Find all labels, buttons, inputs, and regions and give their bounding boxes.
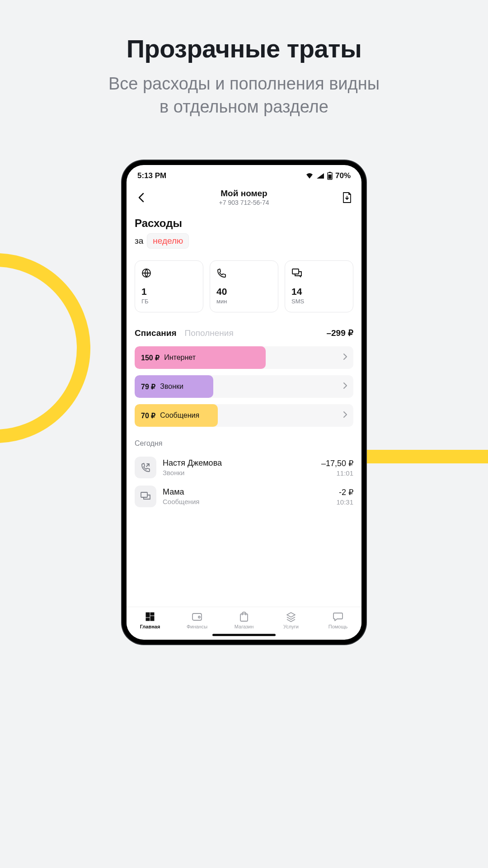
usage-card-minutes[interactable]: 40 мин	[210, 260, 278, 312]
period-prefix: за	[135, 236, 143, 246]
category-bars: 150 ₽ Интернет 79 ₽ Звонки	[135, 346, 353, 427]
chevron-right-icon	[343, 354, 347, 362]
content-area: Расходы за неделю 1 ГБ 40	[127, 213, 361, 607]
nav-label: Главная	[140, 624, 160, 629]
usage-card-sms[interactable]: 14 SMS	[285, 260, 353, 312]
bar-amount: 70 ₽	[141, 411, 155, 420]
usage-unit: SMS	[291, 298, 347, 305]
globe-icon	[141, 268, 197, 280]
back-button[interactable]	[135, 191, 147, 204]
promo-title: Прозрачные траты	[0, 34, 488, 63]
nav-help[interactable]: Помощь	[314, 611, 361, 629]
bar-internet[interactable]: 150 ₽ Интернет	[135, 346, 353, 369]
expenses-title: Расходы	[135, 217, 353, 230]
total-amount: –299 ₽	[326, 328, 353, 338]
transaction-list: Настя Джемова Звонки –17,50 ₽ 11:01 Мама…	[135, 453, 353, 511]
usage-value: 14	[291, 286, 347, 297]
bar-messages[interactable]: 70 ₽ Сообщения	[135, 404, 353, 427]
tab-credits[interactable]: Пополнения	[185, 328, 234, 338]
nav-label: Помощь	[328, 624, 348, 629]
transaction-time: 10:31	[336, 498, 353, 506]
usage-cards: 1 ГБ 40 мин 14 SMS	[135, 260, 353, 312]
usage-value: 1	[141, 286, 197, 297]
svg-rect-8	[146, 618, 150, 621]
sms-icon	[291, 268, 347, 280]
tab-debits[interactable]: Списания	[135, 328, 177, 338]
transaction-name: Мама	[163, 487, 330, 497]
status-time: 5:13 PM	[137, 171, 166, 180]
bag-icon	[238, 611, 250, 623]
transaction-amount: -2 ₽	[336, 487, 353, 497]
bar-label: Сообщения	[160, 411, 199, 420]
home-icon	[144, 611, 156, 623]
svg-rect-1	[329, 172, 331, 173]
status-indicators: 70%	[305, 171, 351, 180]
phone-screen: 5:13 PM 70% Мой номер +7 903 712-56-74 Р…	[127, 165, 361, 640]
download-button[interactable]	[341, 191, 353, 204]
nav-label: Магазин	[235, 624, 253, 629]
header-title: Мой номер	[147, 189, 341, 198]
header-phone-number: +7 903 712-56-74	[147, 199, 341, 206]
period-row: за неделю	[135, 233, 353, 249]
transaction-category: Сообщения	[163, 498, 330, 505]
chevron-left-icon	[138, 193, 144, 203]
sms-icon	[135, 486, 156, 507]
phone-frame: 5:13 PM 70% Мой номер +7 903 712-56-74 Р…	[122, 160, 366, 644]
bg-decoration	[0, 253, 90, 443]
nav-shop[interactable]: Магазин	[221, 611, 267, 629]
svg-rect-9	[150, 616, 154, 621]
nav-finance[interactable]: Финансы	[174, 611, 221, 629]
chat-icon	[332, 611, 344, 623]
phone-icon	[216, 268, 272, 280]
header-center[interactable]: Мой номер +7 903 712-56-74	[147, 189, 341, 206]
bar-label: Звонки	[160, 382, 183, 391]
transaction-amount: –17,50 ₽	[321, 458, 353, 468]
app-header: Мой номер +7 903 712-56-74	[127, 184, 361, 213]
status-bar: 5:13 PM 70%	[127, 165, 361, 184]
battery-icon	[327, 172, 333, 180]
usage-unit: ГБ	[141, 298, 197, 305]
svg-rect-12	[240, 614, 248, 621]
usage-value: 40	[216, 286, 272, 297]
nav-services[interactable]: Услуги	[267, 611, 314, 629]
svg-rect-7	[150, 613, 154, 615]
usage-unit: мин	[216, 298, 272, 305]
nav-label: Услуги	[283, 624, 299, 629]
tabs-row: Списания Пополнения –299 ₽	[135, 328, 353, 338]
nav-label: Финансы	[187, 624, 207, 629]
transaction-category: Звонки	[163, 469, 315, 476]
bar-calls[interactable]: 79 ₽ Звонки	[135, 375, 353, 398]
chevron-right-icon	[343, 382, 347, 391]
call-out-icon	[135, 457, 156, 478]
transaction-time: 11:01	[321, 469, 353, 477]
promo-subtitle: Все расходы и пополнения видны в отдельн…	[0, 72, 488, 119]
bar-amount: 79 ₽	[141, 382, 155, 391]
transaction-row[interactable]: Мама Сообщения -2 ₽ 10:31	[135, 482, 353, 511]
period-selector[interactable]: неделю	[147, 233, 189, 249]
bar-label: Интернет	[164, 354, 196, 362]
transaction-row[interactable]: Настя Джемова Звонки –17,50 ₽ 11:01	[135, 453, 353, 482]
battery-percent: 70%	[335, 171, 351, 180]
wallet-icon	[191, 611, 203, 623]
wifi-icon	[305, 173, 314, 179]
bottom-nav: Главная Финансы Магазин Услуги Помощь	[127, 607, 361, 631]
svg-rect-2	[328, 175, 331, 179]
layers-icon	[285, 611, 297, 623]
svg-rect-6	[146, 613, 150, 617]
svg-rect-4	[292, 269, 299, 274]
bar-amount: 150 ₽	[141, 354, 160, 362]
download-icon	[342, 192, 352, 203]
signal-icon	[316, 173, 324, 179]
usage-card-data[interactable]: 1 ГБ	[135, 260, 203, 312]
svg-rect-5	[141, 492, 147, 497]
transaction-name: Настя Джемова	[163, 458, 315, 468]
svg-point-11	[198, 616, 200, 618]
chevron-right-icon	[343, 411, 347, 420]
nav-home[interactable]: Главная	[127, 611, 174, 629]
home-indicator[interactable]	[212, 634, 276, 636]
today-section-label: Сегодня	[135, 439, 353, 448]
